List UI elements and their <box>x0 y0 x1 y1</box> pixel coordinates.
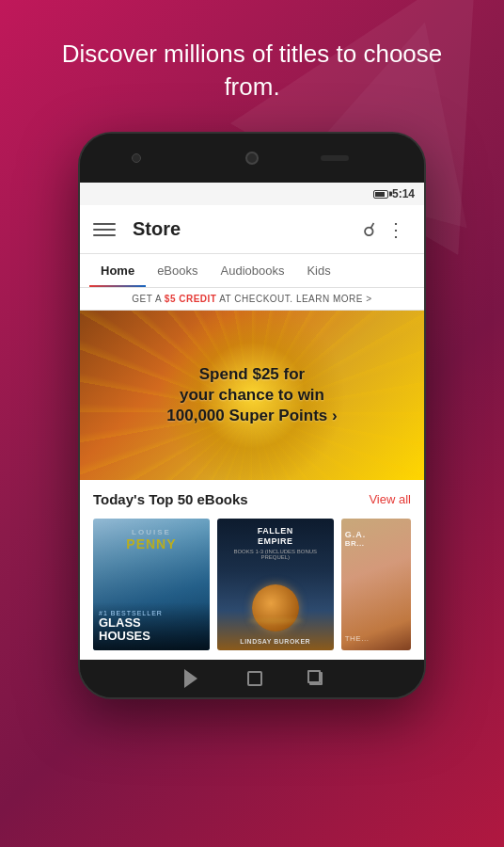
hero-banner[interactable]: Spend $25 for your chance to win 100,000… <box>80 311 424 480</box>
battery-icon <box>373 190 388 199</box>
phone-nav-bar <box>80 660 424 697</box>
search-icon[interactable]: ☌ <box>357 213 381 247</box>
promo-prefix: GET A <box>132 294 165 304</box>
tab-audiobooks[interactable]: Audiobooks <box>210 254 296 287</box>
hamburger-line-1 <box>93 223 116 225</box>
banner-line1: Spend $25 for <box>166 364 337 385</box>
tab-ebooks[interactable]: eBooks <box>146 254 209 287</box>
tab-home[interactable]: Home <box>89 254 146 287</box>
earpiece-speaker <box>321 155 349 161</box>
app-title: Store <box>133 218 357 240</box>
book-cover-3[interactable]: G.A. BR... THE... <box>341 519 411 650</box>
clock: 5:14 <box>392 187 415 200</box>
recents-button[interactable] <box>309 672 323 685</box>
section-title: Today's Top 50 eBooks <box>93 491 248 507</box>
book-cover-2[interactable]: FALLENEMPIRE BOOKS 1-3 (INCLUDES BONUS P… <box>217 519 334 650</box>
banner-line2: your chance to win <box>166 385 337 406</box>
promo-banner[interactable]: GET A $5 CREDIT AT CHECKOUT. LEARN MORE … <box>80 288 424 311</box>
promo-suffix: AT CHECKOUT. LEARN MORE > <box>216 294 371 304</box>
book-2-planet-graphic <box>252 584 299 631</box>
section-header: Today's Top 50 eBooks View all <box>80 480 424 515</box>
book-2-author: LINDSAY BUROKER <box>217 638 334 645</box>
front-camera-left <box>132 153 141 163</box>
status-bar: 5:14 <box>80 183 424 205</box>
book-2-title: FALLENEMPIRE <box>217 526 334 547</box>
book-cover-1[interactable]: LOUISE PENNY #1 Bestseller GLASSHOUSES <box>93 519 210 650</box>
hamburger-line-2 <box>93 229 116 231</box>
phone-frame-wrapper: 5:14 Store ☌ ⋮ Home eBooks Audiobooks Ki… <box>0 132 504 699</box>
phone-top-bar <box>80 134 424 183</box>
home-button[interactable] <box>247 671 262 686</box>
more-options-icon[interactable]: ⋮ <box>381 213 411 247</box>
banner-line3: 100,000 Super Points › <box>166 406 337 426</box>
view-all-link[interactable]: View all <box>369 492 411 506</box>
hero-tagline: Discover millions of titles to choose fr… <box>0 0 504 132</box>
hamburger-line-3 <box>93 234 116 236</box>
tab-kids[interactable]: Kids <box>295 254 341 287</box>
back-button[interactable] <box>184 669 197 688</box>
book-2-subtitle: BOOKS 1-3 (INCLUDES BONUS PREQUEL) <box>217 549 334 560</box>
book-1-info: #1 Bestseller GLASSHOUSES <box>93 602 210 651</box>
book-grid: LOUISE PENNY #1 Bestseller GLASSHOUSES F… <box>80 515 424 660</box>
hamburger-menu-icon[interactable] <box>93 223 116 236</box>
front-camera-center <box>245 152 259 165</box>
promo-credit: $5 CREDIT <box>165 294 217 304</box>
banner-text: Spend $25 for your chance to win 100,000… <box>148 364 355 426</box>
navigation-tabs: Home eBooks Audiobooks Kids <box>80 254 424 288</box>
phone-frame: 5:14 Store ☌ ⋮ Home eBooks Audiobooks Ki… <box>78 132 426 699</box>
app-header: Store ☌ ⋮ <box>80 205 424 254</box>
